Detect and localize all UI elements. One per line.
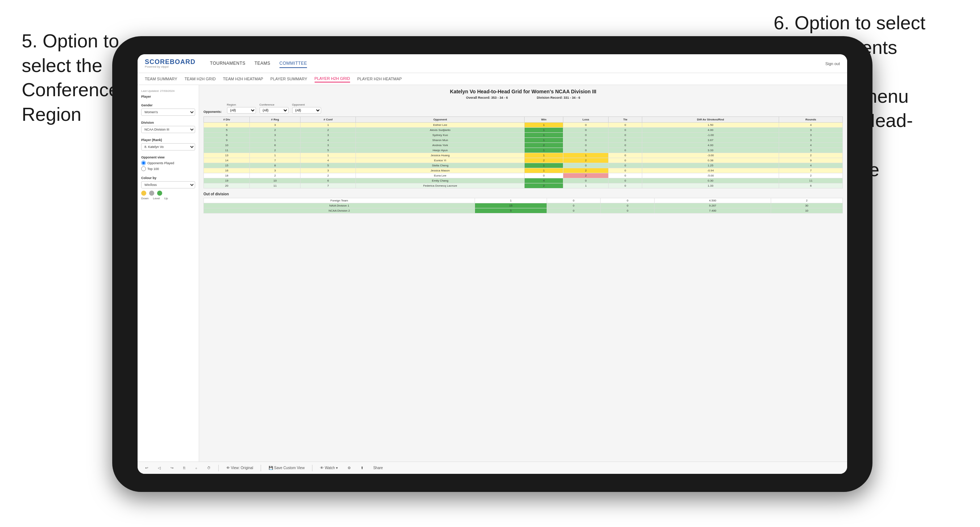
- opponent-filter-select[interactable]: (All): [292, 107, 321, 114]
- view-original-button[interactable]: 👁 View: Original: [224, 465, 255, 471]
- nav-teams[interactable]: TEAMS: [255, 59, 270, 68]
- opponent-view-label: Opponent view: [141, 156, 195, 159]
- table-row: 20117 Federica Domecq Lacroze 210 1.336: [204, 183, 843, 189]
- toolbar-divider-1: [218, 465, 219, 471]
- overall-record: Overall Record: 353 - 34 - 6: [466, 96, 508, 100]
- gender-select[interactable]: Women's Men's: [141, 108, 195, 116]
- sidebar-opponent-view-section: Opponent view Opponents Played Top 100: [141, 156, 195, 171]
- toolbar-divider-3: [312, 465, 312, 471]
- table-row: NAIA Division 1 1500 9.26730: [204, 203, 843, 208]
- export-button[interactable]: ⬆: [358, 465, 366, 471]
- sub-nav-player-h2h-grid[interactable]: PLAYER H2H GRID: [315, 75, 350, 83]
- conference-filter-label: Conference: [259, 103, 288, 106]
- table-row: 1585 Stella Cheng 100 1.254: [204, 163, 843, 168]
- sidebar-colour-section: Colour by Win/loss Down Level Up: [141, 176, 195, 200]
- top-100-option[interactable]: Top 100: [141, 167, 195, 171]
- region-filter-group: Region (All): [227, 103, 256, 114]
- division-select[interactable]: NCAA Division III NCAA Division I NCAA D…: [141, 126, 195, 133]
- division-record: Division Record: 331 - 34 - 6: [537, 96, 580, 100]
- tablet-device: SCOREBOARD Powered by clippd TOURNAMENTS…: [112, 36, 872, 492]
- sub-nav-team-summary[interactable]: TEAM SUMMARY: [145, 76, 177, 82]
- table-row: 1633 Jessica Mason 120 -0.947: [204, 168, 843, 173]
- sub-nav: TEAM SUMMARY TEAM H2H GRID TEAM H2H HEAT…: [138, 73, 847, 85]
- bottom-toolbar: ↩ ◁ ↪ ⎘ ⬦ ⏱ 👁 View: Original 💾 Save Cust…: [138, 462, 847, 474]
- colour-by-select[interactable]: Win/loss: [141, 181, 195, 189]
- circle-gray: [149, 190, 154, 196]
- records-row: Overall Record: 353 - 34 - 6 Division Re…: [204, 96, 843, 100]
- opponent-filter-label: Opponent: [292, 103, 321, 106]
- player-rank-label: Player (Rank): [141, 138, 195, 142]
- sidebar: Last Updated: 27/03/2024 Player Gender W…: [138, 85, 199, 462]
- copy-button[interactable]: ⎘: [181, 465, 188, 471]
- table-row: 1311 Jessica Huang 110 -3.002: [204, 153, 843, 158]
- undo-button[interactable]: ↩: [143, 465, 150, 471]
- tablet-screen: SCOREBOARD Powered by clippd TOURNAMENTS…: [138, 54, 847, 474]
- sidebar-player-rank-section: Player (Rank) 8. Katelyn Vo: [141, 138, 195, 151]
- opponents-label: Opponents:: [204, 110, 222, 114]
- division-label: Division: [141, 121, 195, 124]
- nav-tournaments[interactable]: TOURNAMENTS: [210, 59, 245, 68]
- table-row: 1063 Andrea York 200 4.004: [204, 143, 843, 148]
- save-custom-view-button[interactable]: 💾 Save Custom View: [266, 465, 307, 471]
- th-reg: # Reg: [250, 117, 301, 122]
- watch-icon: 👁: [320, 466, 324, 470]
- colour-circles: [141, 190, 195, 196]
- player-rank-select[interactable]: 8. Katelyn Vo: [141, 143, 195, 151]
- view-icon: 👁: [226, 466, 230, 470]
- table-row: 331 Esther Lee 100 1.504: [204, 122, 843, 128]
- circle-yellow: [141, 190, 146, 196]
- last-updated: Last Updated: 27/03/2024: [141, 89, 195, 93]
- logo-text: SCOREBOARD: [145, 59, 196, 65]
- logo-area: SCOREBOARD Powered by clippd: [145, 59, 196, 68]
- save-icon: 💾: [269, 466, 273, 470]
- conference-filter-group: Conference (All): [259, 103, 288, 114]
- colour-level-label: Level: [153, 197, 160, 200]
- sub-nav-player-summary[interactable]: PLAYER SUMMARY: [270, 76, 307, 82]
- sub-nav-player-h2h-heatmap[interactable]: PLAYER H2H HEATMAP: [357, 76, 402, 82]
- table-row: 522 Alexis Sudjianto 100 4.003: [204, 128, 843, 133]
- player-label: Player: [141, 95, 195, 98]
- toolbar-divider-2: [261, 465, 261, 471]
- colour-labels: Down Level Up: [141, 197, 195, 200]
- th-loss: Loss: [563, 117, 609, 122]
- th-div: # Div: [204, 117, 250, 122]
- th-diff: Diff Av Strokes/Rnd: [642, 117, 779, 122]
- out-division-table: Foreign Team 100 4.5002 NAIA Division 1 …: [204, 198, 843, 213]
- region-filter-label: Region: [227, 103, 256, 106]
- table-row: NCAA Division 2 500 7.40010: [204, 208, 843, 213]
- sub-nav-team-h2h-heatmap[interactable]: TEAM H2H HEATMAP: [223, 76, 263, 82]
- th-rounds: Rounds: [779, 117, 843, 122]
- h2h-table: # Div # Reg # Conf Opponent Win Loss Tie…: [204, 116, 843, 189]
- top-nav: SCOREBOARD Powered by clippd TOURNAMENTS…: [138, 54, 847, 73]
- colour-down-label: Down: [141, 197, 148, 200]
- table-row: 633 Sydney Kuo 100 -1.003: [204, 133, 843, 138]
- table-row: 19106 Emily Chang 400 0.3011: [204, 178, 843, 183]
- th-opponent: Opponent: [356, 117, 525, 122]
- sign-out-button[interactable]: Sign out: [826, 62, 840, 66]
- nav-committee[interactable]: COMMITTEE: [280, 59, 307, 68]
- main-content: Last Updated: 27/03/2024 Player Gender W…: [138, 85, 847, 462]
- th-win: Win: [525, 117, 563, 122]
- th-conf: # Conf: [300, 117, 356, 122]
- redo-button[interactable]: ↪: [168, 465, 176, 471]
- sidebar-division-section: Division NCAA Division III NCAA Division…: [141, 121, 195, 133]
- table-row: 1474 Eunice Yi 220 0.389: [204, 158, 843, 163]
- opponent-filter-group: Opponent (All): [292, 103, 321, 114]
- watch-button[interactable]: 👁 Watch ▾: [318, 465, 340, 471]
- colour-by-label: Colour by: [141, 176, 195, 180]
- paste-button[interactable]: ⬦: [193, 465, 199, 471]
- colour-up-label: Up: [164, 197, 168, 200]
- grid-area: Katelyn Vo Head-to-Head Grid for Women's…: [199, 85, 847, 462]
- table-row: 1125 Heejo Hyun 100 3.333: [204, 148, 843, 153]
- region-filter-select[interactable]: (All): [227, 107, 256, 114]
- share-button[interactable]: Share: [371, 465, 385, 471]
- table-header-row: # Div # Reg # Conf Opponent Win Loss Tie…: [204, 117, 843, 122]
- logo-sub: Powered by clippd: [145, 65, 196, 68]
- opponent-played-option[interactable]: Opponents Played: [141, 160, 195, 165]
- table-row: Foreign Team 100 4.5002: [204, 198, 843, 203]
- clock-button[interactable]: ⏱: [205, 465, 213, 471]
- settings-button[interactable]: ⚙: [345, 465, 353, 471]
- back-button[interactable]: ◁: [156, 465, 163, 471]
- conference-filter-select[interactable]: (All): [259, 107, 288, 114]
- sub-nav-team-h2h-grid[interactable]: TEAM H2H GRID: [185, 76, 216, 82]
